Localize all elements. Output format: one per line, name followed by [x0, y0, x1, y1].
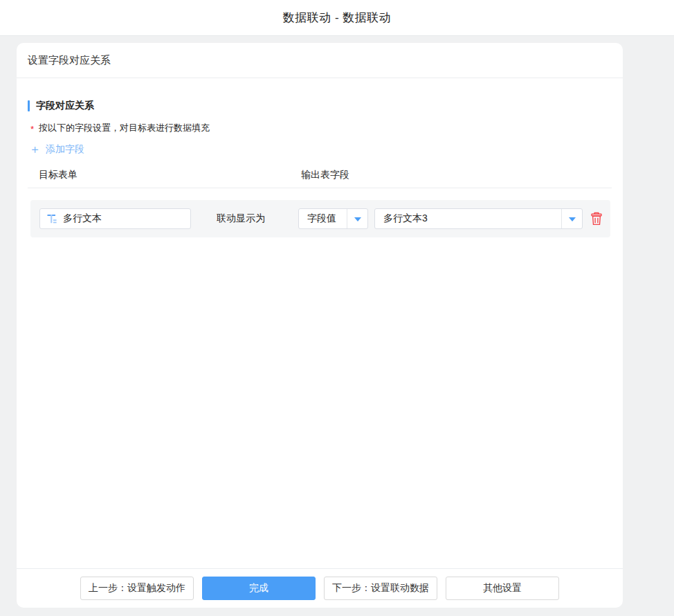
column-header-target-form: 目标表单: [39, 169, 78, 181]
output-field-selected: 多行文本3: [375, 212, 561, 225]
multiline-text-icon: [46, 213, 57, 224]
relation-label: 联动显示为: [217, 200, 265, 237]
value-type-selected: 字段值: [299, 212, 347, 225]
delete-row-button[interactable]: [590, 212, 603, 226]
target-field-input[interactable]: 多行文本: [39, 208, 191, 229]
target-field-name: 多行文本: [63, 212, 102, 225]
field-mapping-row: 多行文本 联动显示为 字段值 多行文本3: [30, 200, 610, 237]
section-accent-bar: [28, 100, 30, 111]
prev-step-button[interactable]: 上一步：设置触发动作: [80, 577, 194, 600]
value-type-caret-box[interactable]: [347, 209, 367, 228]
column-header-output-field: 输出表字段: [301, 169, 349, 181]
panel-title: 设置字段对应关系: [28, 54, 111, 67]
plus-icon: ＋: [29, 145, 41, 154]
required-note: * 按以下的字段设置，对目标表进行数据填充: [28, 122, 612, 134]
add-field-label: 添加字段: [46, 143, 84, 156]
wizard-footer: 上一步：设置触发动作 完成 下一步：设置联动数据 其他设置: [17, 568, 623, 608]
page-title: 数据联动 - 数据联动: [283, 10, 392, 26]
output-field-select[interactable]: 多行文本3: [374, 208, 583, 229]
add-field-button[interactable]: ＋ 添加字段: [28, 143, 84, 156]
section-title-label: 字段对应关系: [36, 100, 94, 112]
trash-icon: [590, 212, 603, 226]
other-settings-button[interactable]: 其他设置: [446, 577, 559, 600]
section-title: 字段对应关系: [28, 100, 612, 112]
top-bar: 数据联动 - 数据联动: [0, 0, 674, 36]
finish-button[interactable]: 完成: [202, 577, 316, 600]
column-divider: [28, 188, 612, 188]
column-headers: 目标表单 输出表字段: [28, 169, 612, 181]
chevron-down-icon: [569, 217, 576, 221]
panel-header: 设置字段对应关系: [17, 43, 623, 78]
output-field-caret-box[interactable]: [561, 209, 582, 228]
settings-card: 设置字段对应关系 字段对应关系 * 按以下的字段设置，对目标表进行数据填充 ＋ …: [17, 43, 623, 608]
required-asterisk: *: [30, 124, 34, 134]
panel-body: 字段对应关系 * 按以下的字段设置，对目标表进行数据填充 ＋ 添加字段 目标表单…: [17, 100, 623, 237]
value-type-select[interactable]: 字段值: [298, 208, 368, 229]
next-step-button[interactable]: 下一步：设置联动数据: [324, 577, 437, 600]
required-note-text: 按以下的字段设置，对目标表进行数据填充: [39, 122, 210, 134]
chevron-down-icon: [354, 217, 361, 221]
